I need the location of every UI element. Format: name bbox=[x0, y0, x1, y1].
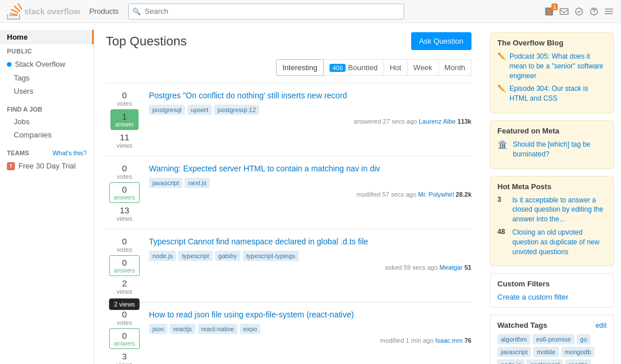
answers-box: 1 answer bbox=[110, 109, 138, 130]
sidebar-item-free-trial[interactable]: T Free 30 Day Trial bbox=[0, 159, 94, 173]
tag[interactable]: typescript bbox=[178, 251, 212, 261]
question-tags: json reactjs react-native expo bbox=[149, 324, 471, 334]
question-title[interactable]: How to read json file using expo-file-sy… bbox=[149, 309, 471, 321]
sidebar-item-companies[interactable]: Companies bbox=[0, 128, 94, 141]
sidebar-item-home[interactable]: Home bbox=[0, 30, 94, 44]
tag[interactable]: upsert bbox=[187, 105, 212, 115]
watched-tag[interactable]: go bbox=[577, 334, 591, 344]
votes-label: votes bbox=[117, 100, 132, 107]
sidebar-item-stackoverflow[interactable]: Stack Overflow bbox=[0, 57, 94, 71]
watched-tag[interactable]: algorithm bbox=[497, 334, 530, 344]
tag[interactable]: reactjs bbox=[170, 324, 195, 334]
stackoverflow-dot bbox=[7, 62, 12, 67]
hot-meta-link-1[interactable]: Is it acceptable to answer a closed ques… bbox=[512, 196, 607, 224]
user-link[interactable]: Mr. Polywhirl bbox=[418, 191, 454, 198]
svg-rect-1 bbox=[547, 9, 549, 12]
question-meta: asked 59 secs ago Meatgar 51 bbox=[149, 264, 471, 271]
watched-tag[interactable]: postgresql bbox=[527, 359, 563, 364]
pencil-icon: ✏️ bbox=[497, 52, 506, 60]
question-stats: 0 votes 0 answers 13 views bbox=[106, 163, 143, 222]
tab-bountied[interactable]: 406 Bountied bbox=[324, 59, 384, 76]
tag[interactable]: node.js bbox=[149, 251, 176, 261]
team-icon: T bbox=[7, 162, 15, 170]
question-title[interactable]: Typescript Cannot find namespace declare… bbox=[149, 236, 471, 248]
jobs-section: FIND A JOB Jobs Companies bbox=[0, 102, 94, 141]
main-content: Top Questions Ask Question Interesting 4… bbox=[94, 23, 483, 364]
tab-month[interactable]: Month bbox=[439, 59, 471, 76]
ask-question-button[interactable]: Ask Question bbox=[411, 32, 471, 50]
svg-rect-3 bbox=[547, 12, 551, 14]
public-label: PUBLIC bbox=[0, 44, 94, 57]
tag[interactable]: next.js bbox=[185, 178, 210, 188]
featured-meta-item: 🏛️ Should the [which] tag be burninated? bbox=[497, 140, 607, 159]
tab-hot[interactable]: Hot bbox=[384, 59, 408, 76]
tag[interactable]: javascript bbox=[149, 178, 182, 188]
help-button[interactable] bbox=[589, 6, 599, 17]
teams-section: TEAMS What's this? T Free 30 Day Trial bbox=[0, 146, 94, 173]
watched-tag[interactable]: es6-promise bbox=[532, 334, 574, 344]
logo[interactable]: stack overflow bbox=[7, 3, 80, 20]
blog-link-2[interactable]: Episode 304: Our stack is HTML and CSS bbox=[509, 84, 607, 104]
svg-rect-9 bbox=[605, 11, 613, 12]
question-title[interactable]: Postgres "On conflict do nothing' still … bbox=[149, 90, 471, 102]
achievements-badge: 1 bbox=[551, 3, 558, 10]
vote-count: 0 bbox=[117, 90, 132, 100]
tag[interactable]: postgresql-12 bbox=[214, 105, 259, 115]
user-link[interactable]: Laurenz Albe bbox=[419, 118, 455, 125]
watched-tag[interactable]: mongodb bbox=[561, 347, 595, 357]
tag[interactable]: typescript-typings bbox=[243, 251, 299, 261]
watched-tags-widget: Watched Tags edit algorithm es6-promise … bbox=[490, 315, 614, 364]
review-button[interactable] bbox=[574, 6, 584, 17]
tag[interactable]: react-native bbox=[198, 324, 237, 334]
svg-point-7 bbox=[594, 13, 595, 14]
sidebar-item-jobs[interactable]: Jobs bbox=[0, 115, 94, 128]
table-row: 0 votes 0 answers 2 views 2 views Typesc… bbox=[106, 229, 471, 302]
watched-tag[interactable]: node.js bbox=[497, 359, 524, 364]
tag[interactable]: gatsby bbox=[215, 251, 240, 261]
question-content: Postgres "On conflict do nothing' still … bbox=[149, 90, 471, 149]
overflow-blog-widget: The Overflow Blog ✏️ Podcast 305: What d… bbox=[490, 32, 614, 113]
views-block: 13 views bbox=[117, 205, 133, 222]
tag[interactable]: postgresql bbox=[149, 105, 185, 115]
create-filter-link[interactable]: Create a custom filter bbox=[497, 293, 569, 301]
inbox-button[interactable] bbox=[559, 6, 569, 17]
tag[interactable]: expo bbox=[240, 324, 260, 334]
question-title[interactable]: Warning: Expected server HTML to contain… bbox=[149, 163, 471, 175]
blog-item-2: ✏️ Episode 304: Our stack is HTML and CS… bbox=[497, 84, 607, 104]
votes-block: 0 votes bbox=[117, 309, 132, 326]
stackoverflow-label: Stack Overflow bbox=[15, 60, 65, 68]
user-link[interactable]: Isaac.mm bbox=[435, 337, 463, 344]
products-button[interactable]: Products bbox=[86, 5, 122, 18]
meta-icon: 🏛️ bbox=[497, 140, 507, 149]
views-block: 11 views bbox=[117, 132, 133, 149]
tab-interesting[interactable]: Interesting bbox=[276, 59, 324, 76]
layout: Home PUBLIC Stack Overflow Tags Users FI… bbox=[0, 23, 621, 364]
whats-this-link[interactable]: What's this? bbox=[52, 150, 87, 156]
sidebar-item-users[interactable]: Users bbox=[0, 85, 94, 98]
hamburger-menu-button[interactable] bbox=[604, 6, 614, 17]
watched-tag[interactable]: reactjs bbox=[565, 359, 591, 364]
achievements-button[interactable]: 1 bbox=[544, 6, 554, 17]
edit-tags-link[interactable]: edit bbox=[596, 321, 607, 329]
watched-tag[interactable]: mobile bbox=[533, 347, 558, 357]
public-section: PUBLIC Stack Overflow Tags Users bbox=[0, 44, 94, 98]
featured-meta-link[interactable]: Should the [which] tag be burninated? bbox=[513, 140, 607, 159]
hot-meta-item-2: 48 Closing an old upvoted question as du… bbox=[497, 228, 607, 256]
search-input[interactable] bbox=[128, 3, 404, 20]
hot-meta-link-2[interactable]: Closing an old upvoted question as dupli… bbox=[512, 228, 607, 256]
sidebar-item-tags[interactable]: Tags bbox=[0, 71, 94, 85]
views-block: 3 views bbox=[117, 351, 133, 364]
right-sidebar: The Overflow Blog ✏️ Podcast 305: What d… bbox=[483, 23, 621, 364]
hot-meta-widget: Hot Meta Posts 3 Is it acceptable to ans… bbox=[490, 176, 614, 267]
question-stats: 0 votes 1 answer 11 views bbox=[106, 90, 143, 149]
answers-box: 0 answers bbox=[109, 255, 140, 276]
watched-tag[interactable]: javascript bbox=[497, 347, 531, 357]
table-row: 0 votes 0 answers 3 views How to read js… bbox=[106, 302, 471, 364]
tag[interactable]: json bbox=[149, 324, 167, 334]
user-link[interactable]: Meatgar bbox=[439, 264, 462, 271]
blog-link-1[interactable]: Podcast 305: What does it mean to be a "… bbox=[509, 52, 607, 81]
home-label: Home bbox=[7, 33, 28, 41]
featured-meta-widget: Featured on Meta 🏛️ Should the [which] t… bbox=[490, 120, 614, 169]
tab-week[interactable]: Week bbox=[408, 59, 439, 76]
question-content: Warning: Expected server HTML to contain… bbox=[149, 163, 471, 222]
